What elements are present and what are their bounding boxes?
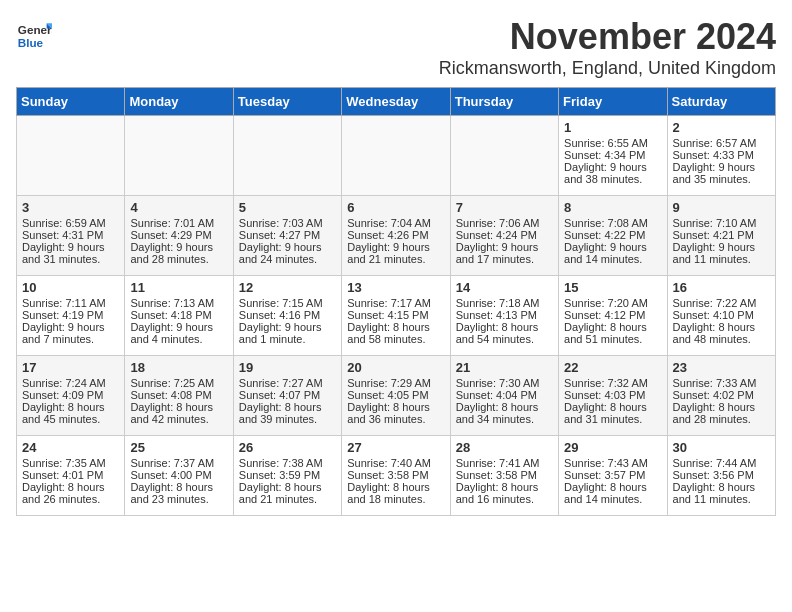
calendar-cell: 2Sunrise: 6:57 AMSunset: 4:33 PMDaylight… bbox=[667, 116, 775, 196]
column-header-tuesday: Tuesday bbox=[233, 88, 341, 116]
day-info: Sunset: 4:21 PM bbox=[673, 229, 770, 241]
week-row-5: 24Sunrise: 7:35 AMSunset: 4:01 PMDayligh… bbox=[17, 436, 776, 516]
day-info: Daylight: 9 hours and 7 minutes. bbox=[22, 321, 119, 345]
day-number: 21 bbox=[456, 360, 553, 375]
day-info: Sunset: 4:02 PM bbox=[673, 389, 770, 401]
calendar-cell: 29Sunrise: 7:43 AMSunset: 3:57 PMDayligh… bbox=[559, 436, 667, 516]
day-info: Daylight: 8 hours and 48 minutes. bbox=[673, 321, 770, 345]
day-info: Sunrise: 7:03 AM bbox=[239, 217, 336, 229]
day-number: 13 bbox=[347, 280, 444, 295]
day-info: Daylight: 8 hours and 11 minutes. bbox=[673, 481, 770, 505]
day-info: Sunset: 4:15 PM bbox=[347, 309, 444, 321]
day-info: Daylight: 9 hours and 28 minutes. bbox=[130, 241, 227, 265]
day-info: Sunset: 4:03 PM bbox=[564, 389, 661, 401]
day-info: Sunset: 4:13 PM bbox=[456, 309, 553, 321]
column-header-wednesday: Wednesday bbox=[342, 88, 450, 116]
day-number: 3 bbox=[22, 200, 119, 215]
calendar-cell: 30Sunrise: 7:44 AMSunset: 3:56 PMDayligh… bbox=[667, 436, 775, 516]
calendar-cell: 23Sunrise: 7:33 AMSunset: 4:02 PMDayligh… bbox=[667, 356, 775, 436]
day-number: 2 bbox=[673, 120, 770, 135]
week-row-3: 10Sunrise: 7:11 AMSunset: 4:19 PMDayligh… bbox=[17, 276, 776, 356]
day-info: Sunrise: 7:13 AM bbox=[130, 297, 227, 309]
day-info: Daylight: 9 hours and 1 minute. bbox=[239, 321, 336, 345]
calendar-cell bbox=[125, 116, 233, 196]
day-info: Daylight: 8 hours and 26 minutes. bbox=[22, 481, 119, 505]
calendar-cell: 21Sunrise: 7:30 AMSunset: 4:04 PMDayligh… bbox=[450, 356, 558, 436]
day-info: Sunset: 4:08 PM bbox=[130, 389, 227, 401]
day-info: Sunrise: 7:30 AM bbox=[456, 377, 553, 389]
calendar-cell: 6Sunrise: 7:04 AMSunset: 4:26 PMDaylight… bbox=[342, 196, 450, 276]
day-number: 19 bbox=[239, 360, 336, 375]
day-info: Daylight: 9 hours and 24 minutes. bbox=[239, 241, 336, 265]
day-info: Daylight: 9 hours and 38 minutes. bbox=[564, 161, 661, 185]
day-info: Sunrise: 7:15 AM bbox=[239, 297, 336, 309]
calendar-cell: 13Sunrise: 7:17 AMSunset: 4:15 PMDayligh… bbox=[342, 276, 450, 356]
calendar-cell: 4Sunrise: 7:01 AMSunset: 4:29 PMDaylight… bbox=[125, 196, 233, 276]
day-number: 28 bbox=[456, 440, 553, 455]
week-row-2: 3Sunrise: 6:59 AMSunset: 4:31 PMDaylight… bbox=[17, 196, 776, 276]
calendar-cell: 28Sunrise: 7:41 AMSunset: 3:58 PMDayligh… bbox=[450, 436, 558, 516]
day-number: 11 bbox=[130, 280, 227, 295]
day-info: Sunrise: 7:01 AM bbox=[130, 217, 227, 229]
column-header-monday: Monday bbox=[125, 88, 233, 116]
month-title: November 2024 bbox=[439, 16, 776, 58]
day-number: 9 bbox=[673, 200, 770, 215]
day-info: Sunrise: 7:24 AM bbox=[22, 377, 119, 389]
calendar-cell: 7Sunrise: 7:06 AMSunset: 4:24 PMDaylight… bbox=[450, 196, 558, 276]
day-number: 5 bbox=[239, 200, 336, 215]
day-info: Daylight: 8 hours and 14 minutes. bbox=[564, 481, 661, 505]
column-header-thursday: Thursday bbox=[450, 88, 558, 116]
day-info: Daylight: 8 hours and 31 minutes. bbox=[564, 401, 661, 425]
day-info: Sunset: 4:24 PM bbox=[456, 229, 553, 241]
day-info: Daylight: 8 hours and 54 minutes. bbox=[456, 321, 553, 345]
day-info: Sunset: 4:12 PM bbox=[564, 309, 661, 321]
calendar-cell bbox=[450, 116, 558, 196]
day-info: Sunrise: 7:11 AM bbox=[22, 297, 119, 309]
location-title: Rickmansworth, England, United Kingdom bbox=[439, 58, 776, 79]
title-block: November 2024 Rickmansworth, England, Un… bbox=[439, 16, 776, 79]
calendar-cell: 25Sunrise: 7:37 AMSunset: 4:00 PMDayligh… bbox=[125, 436, 233, 516]
day-info: Daylight: 8 hours and 18 minutes. bbox=[347, 481, 444, 505]
day-info: Sunset: 4:09 PM bbox=[22, 389, 119, 401]
day-info: Sunset: 4:26 PM bbox=[347, 229, 444, 241]
day-info: Sunrise: 6:55 AM bbox=[564, 137, 661, 149]
day-info: Sunset: 4:18 PM bbox=[130, 309, 227, 321]
calendar-cell: 19Sunrise: 7:27 AMSunset: 4:07 PMDayligh… bbox=[233, 356, 341, 436]
day-info: Sunrise: 7:43 AM bbox=[564, 457, 661, 469]
calendar-cell: 16Sunrise: 7:22 AMSunset: 4:10 PMDayligh… bbox=[667, 276, 775, 356]
day-info: Daylight: 8 hours and 51 minutes. bbox=[564, 321, 661, 345]
logo: General Blue bbox=[16, 16, 52, 52]
day-info: Daylight: 9 hours and 31 minutes. bbox=[22, 241, 119, 265]
day-info: Sunset: 3:57 PM bbox=[564, 469, 661, 481]
day-info: Sunrise: 7:06 AM bbox=[456, 217, 553, 229]
week-row-1: 1Sunrise: 6:55 AMSunset: 4:34 PMDaylight… bbox=[17, 116, 776, 196]
day-number: 20 bbox=[347, 360, 444, 375]
day-info: Sunrise: 7:38 AM bbox=[239, 457, 336, 469]
day-info: Sunset: 4:07 PM bbox=[239, 389, 336, 401]
day-info: Daylight: 8 hours and 21 minutes. bbox=[239, 481, 336, 505]
day-info: Daylight: 9 hours and 14 minutes. bbox=[564, 241, 661, 265]
calendar-cell: 10Sunrise: 7:11 AMSunset: 4:19 PMDayligh… bbox=[17, 276, 125, 356]
day-info: Sunrise: 7:37 AM bbox=[130, 457, 227, 469]
calendar-cell: 5Sunrise: 7:03 AMSunset: 4:27 PMDaylight… bbox=[233, 196, 341, 276]
svg-text:Blue: Blue bbox=[18, 36, 44, 49]
calendar-cell bbox=[342, 116, 450, 196]
day-info: Sunrise: 6:59 AM bbox=[22, 217, 119, 229]
column-header-saturday: Saturday bbox=[667, 88, 775, 116]
day-number: 29 bbox=[564, 440, 661, 455]
calendar-cell: 22Sunrise: 7:32 AMSunset: 4:03 PMDayligh… bbox=[559, 356, 667, 436]
day-info: Sunrise: 7:10 AM bbox=[673, 217, 770, 229]
calendar-cell: 27Sunrise: 7:40 AMSunset: 3:58 PMDayligh… bbox=[342, 436, 450, 516]
calendar-cell: 3Sunrise: 6:59 AMSunset: 4:31 PMDaylight… bbox=[17, 196, 125, 276]
calendar-cell: 24Sunrise: 7:35 AMSunset: 4:01 PMDayligh… bbox=[17, 436, 125, 516]
day-info: Daylight: 9 hours and 17 minutes. bbox=[456, 241, 553, 265]
day-number: 16 bbox=[673, 280, 770, 295]
calendar-cell: 14Sunrise: 7:18 AMSunset: 4:13 PMDayligh… bbox=[450, 276, 558, 356]
day-info: Daylight: 8 hours and 42 minutes. bbox=[130, 401, 227, 425]
day-info: Sunrise: 7:33 AM bbox=[673, 377, 770, 389]
day-number: 17 bbox=[22, 360, 119, 375]
day-info: Sunrise: 7:27 AM bbox=[239, 377, 336, 389]
day-info: Sunrise: 7:25 AM bbox=[130, 377, 227, 389]
day-info: Sunrise: 7:22 AM bbox=[673, 297, 770, 309]
calendar-cell: 1Sunrise: 6:55 AMSunset: 4:34 PMDaylight… bbox=[559, 116, 667, 196]
